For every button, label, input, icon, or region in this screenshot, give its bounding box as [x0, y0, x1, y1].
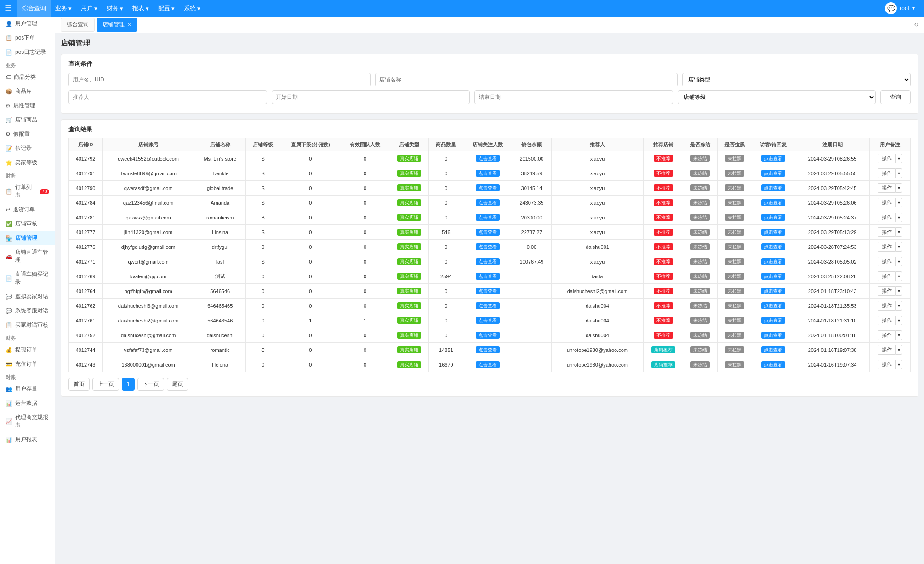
menu-icon[interactable]: ☰ [5, 3, 12, 13]
action-main-button[interactable]: 操作 [878, 213, 895, 222]
action-split-button[interactable]: 操作 ▾ [878, 227, 902, 237]
action-main-button[interactable]: 操作 [878, 316, 895, 325]
prev-page-button[interactable]: 上一页 [92, 378, 119, 391]
followers-link[interactable]: 点击查看 [476, 229, 500, 236]
action-split-button[interactable]: 操作 ▾ [878, 213, 902, 222]
nav-系统[interactable]: 系统 ▾ [179, 0, 205, 17]
cell-action[interactable]: 操作 ▾ [870, 269, 911, 284]
followers-link[interactable]: 点击查看 [476, 332, 500, 339]
nav-综合查询[interactable]: 综合查询 [17, 0, 51, 17]
action-dropdown-button[interactable]: ▾ [895, 330, 902, 340]
cell-action[interactable]: 操作 ▾ [870, 181, 911, 196]
visitors-link[interactable]: 点击查看 [761, 229, 785, 236]
followers-link[interactable]: 点击查看 [476, 273, 500, 280]
followers-link[interactable]: 点击查看 [476, 199, 500, 206]
cell-visitors[interactable]: 点击查看 [752, 357, 795, 372]
sidebar-item-pos日志记录[interactable]: 📄 pos日志记录 [0, 45, 55, 59]
action-split-button[interactable]: 操作 ▾ [878, 301, 902, 311]
action-dropdown-button[interactable]: ▾ [895, 183, 902, 193]
cell-action[interactable]: 操作 ▾ [870, 313, 911, 328]
action-dropdown-button[interactable]: ▾ [895, 242, 902, 252]
action-main-button[interactable]: 操作 [878, 257, 895, 266]
cell-visitors[interactable]: 点击查看 [752, 328, 795, 343]
visitors-link[interactable]: 点击查看 [761, 346, 785, 353]
action-split-button[interactable]: 操作 ▾ [878, 257, 902, 266]
action-dropdown-button[interactable]: ▾ [895, 257, 902, 266]
cell-visitors[interactable]: 点击查看 [752, 343, 795, 357]
cell-action[interactable]: 操作 ▾ [870, 299, 911, 313]
visitors-link[interactable]: 点击查看 [761, 170, 785, 177]
shop-name-input[interactable] [375, 73, 677, 86]
user-uid-input[interactable] [68, 73, 371, 86]
sidebar-item-虚拟卖家对话[interactable]: 💬 虚拟卖家对话 [0, 289, 55, 304]
followers-link[interactable]: 点击查看 [476, 214, 500, 221]
sidebar-item-系统客服对话[interactable]: 💬 系统客服对话 [0, 304, 55, 318]
nav-业务[interactable]: 业务 ▾ [51, 0, 76, 17]
action-main-button[interactable]: 操作 [878, 271, 895, 281]
followers-link[interactable]: 点击查看 [476, 184, 500, 191]
action-main-button[interactable]: 操作 [878, 227, 895, 237]
cell-visitors[interactable]: 点击查看 [752, 196, 795, 210]
action-dropdown-button[interactable]: ▾ [895, 271, 902, 281]
sidebar-item-用户报表[interactable]: 📊 用户报表 [0, 432, 55, 447]
cell-action[interactable]: 操作 ▾ [870, 328, 911, 343]
start-date-input[interactable] [272, 90, 470, 104]
sidebar-item-商品库[interactable]: 📦 商品库 [0, 84, 55, 98]
action-split-button[interactable]: 操作 ▾ [878, 345, 902, 355]
referrer-input[interactable] [68, 90, 267, 104]
action-split-button[interactable]: 操作 ▾ [878, 168, 902, 178]
tab-close-icon[interactable]: ✕ [127, 22, 131, 27]
visitors-link[interactable]: 点击查看 [761, 214, 785, 221]
action-dropdown-button[interactable]: ▾ [895, 301, 902, 311]
action-split-button[interactable]: 操作 ▾ [878, 330, 902, 340]
followers-link[interactable]: 点击查看 [476, 302, 500, 309]
user-area[interactable]: 💬 root ▾ [880, 2, 919, 14]
shop-level-select[interactable]: 店铺等级 S A B C [678, 90, 876, 104]
visitors-link[interactable]: 点击查看 [761, 317, 785, 324]
tab-店铺管理[interactable]: 店铺管理 ✕ [97, 18, 137, 32]
sidebar-item-商品分类[interactable]: 🏷 商品分类 [0, 70, 55, 84]
action-main-button[interactable]: 操作 [878, 168, 895, 178]
followers-link[interactable]: 点击查看 [476, 346, 500, 353]
nav-财务[interactable]: 财务 ▾ [102, 0, 128, 17]
sidebar-item-订单列表[interactable]: 📋 订单列表 70 [0, 180, 55, 202]
sidebar-item-店铺商品[interactable]: 🛒 店铺商品 [0, 113, 55, 127]
sidebar-item-提现订单[interactable]: 💰 提现订单 [0, 343, 55, 357]
action-split-button[interactable]: 操作 ▾ [878, 198, 902, 207]
visitors-link[interactable]: 点击查看 [761, 155, 785, 162]
action-split-button[interactable]: 操作 ▾ [878, 183, 902, 193]
cell-visitors[interactable]: 点击查看 [752, 313, 795, 328]
action-split-button[interactable]: 操作 ▾ [878, 242, 902, 252]
visitors-link[interactable]: 点击查看 [761, 273, 785, 280]
action-main-button[interactable]: 操作 [878, 154, 895, 163]
sidebar-item-代理商充规报表[interactable]: 📈 代理商充规报表 [0, 410, 55, 432]
action-dropdown-button[interactable]: ▾ [895, 286, 902, 296]
cell-action[interactable]: 操作 ▾ [870, 166, 911, 181]
tab-综合查询[interactable]: 综合查询 [61, 18, 95, 32]
sidebar-item-假记录[interactable]: 📝 假记录 [0, 141, 55, 155]
action-dropdown-button[interactable]: ▾ [895, 360, 902, 369]
visitors-link[interactable]: 点击查看 [761, 361, 785, 368]
first-page-button[interactable]: 首页 [68, 378, 90, 391]
action-main-button[interactable]: 操作 [878, 286, 895, 296]
visitors-link[interactable]: 点击查看 [761, 288, 785, 294]
action-split-button[interactable]: 操作 ▾ [878, 154, 902, 163]
action-main-button[interactable]: 操作 [878, 345, 895, 355]
action-dropdown-button[interactable]: ▾ [895, 198, 902, 207]
action-split-button[interactable]: 操作 ▾ [878, 360, 902, 369]
cell-visitors[interactable]: 点击查看 [752, 210, 795, 225]
followers-link[interactable]: 点击查看 [476, 317, 500, 324]
sidebar-item-用户管理[interactable]: 👤 用户管理 [0, 17, 55, 31]
sidebar-item-充值订单[interactable]: 💳 充值订单 [0, 357, 55, 371]
visitors-link[interactable]: 点击查看 [761, 258, 785, 265]
visitors-link[interactable]: 点击查看 [761, 332, 785, 339]
sidebar-item-店铺直通车管理[interactable]: 🚗 店铺直通车管理 [0, 245, 55, 267]
action-dropdown-button[interactable]: ▾ [895, 213, 902, 222]
cell-action[interactable]: 操作 ▾ [870, 343, 911, 357]
sidebar-item-退货订单[interactable]: ↩ 退货订单 [0, 202, 55, 217]
action-main-button[interactable]: 操作 [878, 198, 895, 207]
followers-link[interactable]: 点击查看 [476, 243, 500, 250]
action-main-button[interactable]: 操作 [878, 330, 895, 340]
nav-报表[interactable]: 报表 ▾ [128, 0, 154, 17]
cell-action[interactable]: 操作 ▾ [870, 151, 911, 166]
